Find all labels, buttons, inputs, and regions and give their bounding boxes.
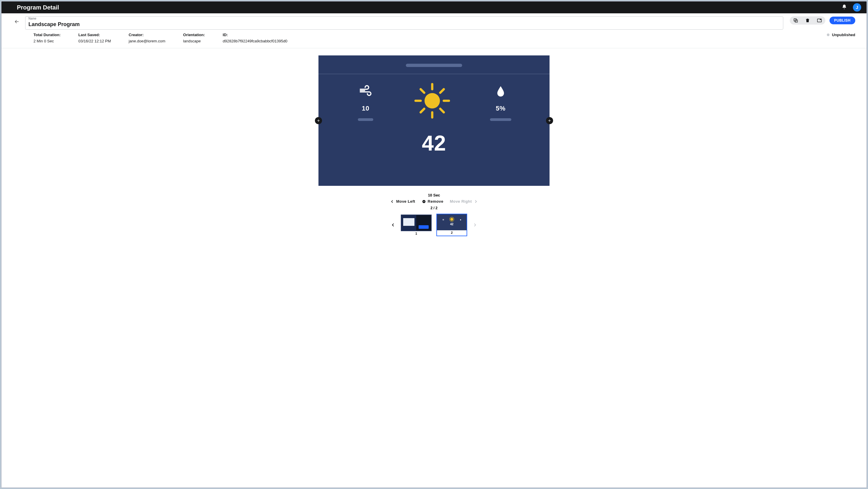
move-right-button: Move Right (450, 199, 478, 204)
meta-creator-value: jane.doe@lorem.com (129, 39, 165, 43)
thumb-sun-icon (450, 218, 453, 221)
move-left-button[interactable]: Move Left (390, 199, 415, 204)
humidity-value: 5% (496, 104, 506, 112)
thumbnail-2[interactable]: ≋ ● 42 2 (436, 214, 467, 236)
status-dot-icon (827, 33, 830, 36)
remove-label: Remove (428, 199, 443, 204)
meta-last-saved-value: 03/16/22 12:12 PM (78, 39, 111, 43)
wind-value: 10 (362, 104, 369, 112)
svg-rect-13 (423, 201, 425, 202)
fullscreen-button[interactable] (816, 18, 823, 23)
slide-divider (318, 74, 550, 74)
thumbnail-2-label: 2 (451, 231, 453, 235)
meta-last-saved: Last Saved: 03/16/22 12:12 PM (78, 33, 111, 43)
meta-creator: Creator: jane.doe@lorem.com (129, 33, 165, 43)
add-slide-left-button[interactable] (315, 117, 322, 124)
app-bar: Program Detail J (1, 1, 867, 13)
temperature-value: 42 (422, 131, 446, 155)
thumbnail-1-preview (401, 215, 431, 231)
meta-duration-value: 2 Min 0 Sec (33, 39, 60, 43)
move-left-label: Move Left (396, 199, 415, 204)
wind-placeholder-bar (358, 118, 373, 121)
humidity-placeholder-bar (490, 118, 511, 121)
meta-creator-label: Creator: (129, 33, 165, 37)
svg-point-3 (425, 93, 440, 109)
meta-id-value: d92828b7f92249fca9cbabbcf01395d0 (223, 39, 287, 43)
thumb-temp: 42 (450, 222, 453, 226)
program-name-input[interactable] (28, 19, 780, 28)
move-right-label: Move Right (450, 199, 472, 204)
page-title: Program Detail (17, 4, 59, 11)
svg-line-10 (440, 89, 444, 93)
avatar-initial: J (856, 5, 858, 10)
svg-line-11 (421, 109, 424, 112)
status-pill: Unpublished (827, 33, 855, 37)
thumb-drop-icon: ● (460, 218, 461, 221)
duplicate-button[interactable] (793, 18, 799, 23)
meta-orientation: Orientation: landscape (183, 33, 205, 43)
slide-controls: 10 Sec Move Left Remove Move Right 2 / 2 (390, 193, 477, 210)
meta-row: Total Duration: 2 Min 0 Sec Last Saved: … (1, 31, 867, 48)
thumbnail-2-preview: ≋ ● 42 (437, 214, 467, 230)
publish-button[interactable]: PUBLISH (830, 17, 855, 24)
sun-column (413, 82, 452, 121)
meta-id-label: ID: (223, 33, 287, 37)
program-name-field: Name (25, 16, 783, 30)
add-slide-right-button[interactable] (546, 117, 553, 124)
wind-column: 10 (357, 82, 374, 121)
slide-preview[interactable]: 10 (318, 55, 550, 186)
humidity-column: 5% (490, 82, 511, 121)
thumbnail-1[interactable]: 1 (401, 215, 432, 235)
notifications-bell-icon[interactable] (842, 4, 847, 11)
delete-button[interactable] (805, 18, 810, 23)
thumb-prev-button[interactable] (390, 222, 396, 228)
slide-counter: 2 / 2 (430, 206, 437, 210)
name-label: Name (28, 17, 36, 20)
sun-icon (413, 82, 452, 120)
thumbnail-row: 1 ≋ ● 42 2 (390, 214, 478, 236)
back-button[interactable] (13, 16, 21, 27)
svg-line-9 (440, 109, 444, 112)
status-text: Unpublished (832, 33, 855, 37)
user-avatar[interactable]: J (853, 3, 861, 11)
header-icon-group (790, 16, 825, 25)
meta-duration-label: Total Duration: (33, 33, 60, 37)
meta-last-saved-label: Last Saved: (78, 33, 111, 37)
meta-duration: Total Duration: 2 Min 0 Sec (33, 33, 60, 43)
remove-slide-button[interactable]: Remove (422, 199, 443, 204)
slide-placeholder-bar (406, 64, 462, 67)
thumb-next-button (472, 222, 478, 228)
meta-orientation-value: landscape (183, 39, 205, 43)
meta-id: ID: d92828b7f92249fca9cbabbcf01395d0 (223, 33, 287, 43)
detail-header: Name PUBLISH (1, 13, 867, 31)
water-drop-icon (495, 82, 506, 100)
thumb-wind-icon: ≋ (442, 218, 444, 221)
meta-orientation-label: Orientation: (183, 33, 205, 37)
thumbnail-1-label: 1 (415, 232, 417, 235)
stage: 10 (1, 48, 867, 488)
svg-line-8 (421, 89, 424, 93)
slide-duration-label: 10 Sec (428, 193, 440, 197)
wind-icon (357, 82, 374, 100)
